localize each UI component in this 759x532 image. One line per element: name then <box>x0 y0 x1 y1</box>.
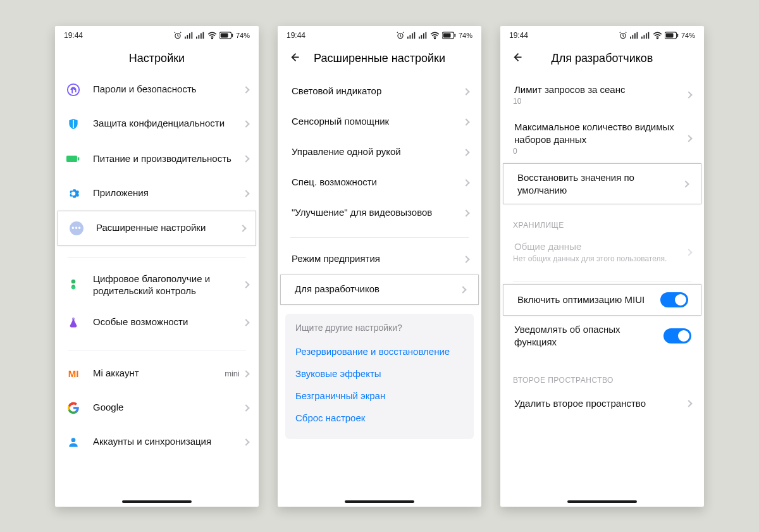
row-sub: 0 <box>513 147 686 156</box>
row-query-limit[interactable]: Лимит запросов за сеанс 10 <box>500 73 704 114</box>
svg-rect-27 <box>421 35 422 39</box>
row-label: Лимит запросов за сеанс <box>514 84 686 96</box>
row-video-call-enhance[interactable]: "Улучшение" для видеовызовов <box>278 198 481 228</box>
signal-icon-2 <box>641 32 650 39</box>
svg-point-19 <box>73 317 75 319</box>
row-one-handed[interactable]: Управление одной рукой <box>278 137 481 168</box>
row-passwords-security[interactable]: Пароли и безопасность <box>55 73 259 107</box>
svg-point-17 <box>71 280 76 284</box>
svg-rect-3 <box>189 33 190 39</box>
svg-point-9 <box>212 38 213 39</box>
svg-rect-1 <box>185 36 186 39</box>
row-developer-options[interactable]: Для разработчиков <box>280 275 479 305</box>
row-label: Защита конфиденциальности <box>93 118 244 130</box>
battery-icon <box>665 32 679 39</box>
back-button[interactable] <box>288 51 300 66</box>
svg-rect-29 <box>425 32 426 39</box>
row-label: Управление одной рукой <box>292 146 464 158</box>
row-miui-optimization[interactable]: Включить оптимизацию MIUI <box>503 284 701 316</box>
row-accessibility[interactable]: Спец. возможности <box>278 168 481 198</box>
link-sound-effects[interactable]: Звуковые эффекты <box>295 362 464 385</box>
home-indicator[interactable] <box>567 500 637 503</box>
row-label: Особые возможности <box>93 316 244 328</box>
svg-point-30 <box>435 38 436 39</box>
divider <box>68 350 246 350</box>
row-label: "Улучшение" для видеовызовов <box>292 207 464 219</box>
row-max-datasets[interactable]: Максимальное количество видимых наборов … <box>500 113 704 163</box>
svg-rect-39 <box>641 36 643 39</box>
row-accounts-sync[interactable]: Аккаунты и синхронизация <box>55 425 259 459</box>
svg-rect-8 <box>202 32 204 39</box>
row-label: Спец. возможности <box>292 176 464 189</box>
row-label: Приложения <box>93 187 244 199</box>
row-apps[interactable]: Приложения <box>55 176 259 211</box>
svg-point-43 <box>657 38 658 39</box>
toggle-on[interactable] <box>663 328 691 343</box>
toggle-on[interactable] <box>660 292 688 307</box>
status-bar: 19:44 74% <box>278 26 481 45</box>
signal-icon-2 <box>196 32 205 39</box>
row-enterprise-mode[interactable]: Режим предприятия <box>278 244 481 275</box>
svg-rect-42 <box>648 32 649 39</box>
svg-rect-32 <box>443 33 451 37</box>
row-label: Восстановить значения по умолчанию <box>517 171 683 196</box>
row-wellbeing[interactable]: Цифровое благополучие и родительский кон… <box>55 264 259 306</box>
row-label: Максимальное количество видимых наборов … <box>514 121 686 145</box>
row-touch-assistant[interactable]: Сенсорный помощник <box>278 107 481 137</box>
gear-icon <box>67 187 80 200</box>
header: Для разработчиков <box>500 45 704 73</box>
wifi-icon <box>430 32 440 39</box>
status-icons: 74% <box>619 31 695 40</box>
settings-list: Пароли и безопасность Защита конфиденциа… <box>55 73 259 507</box>
section-storage: ХРАНИЛИЩЕ <box>500 211 704 233</box>
mi-icon: MI <box>68 368 79 379</box>
divider <box>513 281 691 281</box>
battery-text: 74% <box>236 32 250 39</box>
svg-rect-4 <box>191 32 192 39</box>
svg-rect-35 <box>630 36 631 39</box>
back-button[interactable] <box>510 51 523 66</box>
svg-rect-45 <box>666 33 674 37</box>
screen-settings: 19:44 74% Настройки Пароли и безопасност… <box>55 26 259 507</box>
arrow-left-icon <box>288 51 300 63</box>
row-special-features[interactable]: Особые возможности <box>55 306 259 340</box>
row-advanced-settings[interactable]: ••• Расширенные настройки <box>58 211 256 246</box>
row-privacy[interactable]: Защита конфиденциальности <box>55 107 259 141</box>
shield-icon <box>67 117 80 131</box>
home-indicator[interactable] <box>345 500 414 503</box>
screen-advanced-settings: 19:44 74% Расширенные настройки — Светов… <box>278 26 481 507</box>
status-bar: 19:44 74% <box>55 26 259 45</box>
row-google[interactable]: Google <box>55 391 259 425</box>
link-factory-reset[interactable]: Сброс настроек <box>295 407 464 429</box>
row-battery[interactable]: Питание и производительность <box>55 141 259 176</box>
home-indicator[interactable] <box>122 500 192 503</box>
svg-rect-25 <box>414 32 415 39</box>
svg-rect-40 <box>643 35 645 39</box>
row-led[interactable]: Световой индикатор <box>278 77 481 107</box>
svg-rect-33 <box>454 34 455 37</box>
row-delete-second-space[interactable]: Удалить второе пространство <box>500 388 704 419</box>
row-notify-risky[interactable]: Уведомлять об опасных функциях <box>500 316 704 356</box>
wellbeing-icon <box>67 278 80 292</box>
signal-icon <box>185 32 194 39</box>
battery-icon <box>442 32 456 39</box>
row-label: Пароли и безопасность <box>93 84 244 96</box>
row-label: Уведомлять об опасных функциях <box>514 323 663 348</box>
alarm-icon <box>619 31 627 40</box>
link-backup[interactable]: Резервирование и восстановление <box>295 340 464 362</box>
fingerprint-icon <box>66 83 80 97</box>
svg-rect-24 <box>412 33 413 39</box>
svg-rect-36 <box>632 35 633 39</box>
wifi-icon <box>207 32 217 39</box>
status-icons: 74% <box>173 31 250 40</box>
row-label: Режим предприятия <box>292 253 464 265</box>
row-mi-account[interactable]: MI Mi аккаунт mini <box>55 357 259 391</box>
row-reset-defaults[interactable]: Восстановить значения по умолчанию <box>503 163 701 204</box>
svg-rect-41 <box>646 33 647 39</box>
alarm-icon <box>173 31 182 40</box>
link-fullscreen[interactable]: Безграничный экран <box>295 385 464 407</box>
status-time: 19:44 <box>287 31 305 40</box>
row-label: Включить оптимизацию MIUI <box>517 294 660 306</box>
svg-rect-11 <box>221 33 228 37</box>
google-icon <box>67 402 80 414</box>
